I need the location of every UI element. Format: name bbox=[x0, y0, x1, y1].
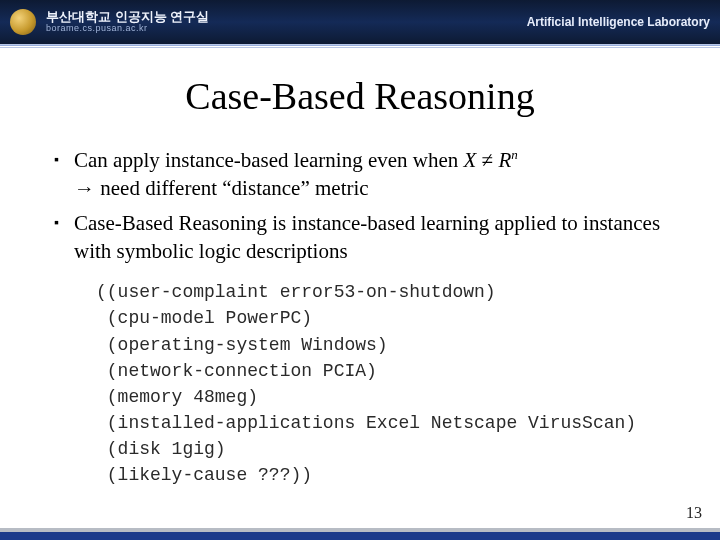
code-line: (disk 1gig) bbox=[96, 439, 226, 459]
code-line: (cpu-model PowerPC) bbox=[96, 308, 312, 328]
slide: 부산대학교 인공지능 연구실 borame.cs.pusan.ac.kr Art… bbox=[0, 0, 720, 540]
arrow-icon: → bbox=[74, 176, 95, 200]
bullet-1-sup: n bbox=[511, 147, 518, 162]
code-line: (network-connection PCIA) bbox=[96, 361, 377, 381]
bullet-1-neq: ≠ bbox=[476, 148, 498, 172]
code-line: (operating-system Windows) bbox=[96, 335, 388, 355]
bullet-2-text: Case-Based Reasoning is instance-based l… bbox=[74, 209, 666, 266]
org-block: 부산대학교 인공지능 연구실 borame.cs.pusan.ac.kr bbox=[46, 10, 209, 33]
code-line: ((user-complaint error53-on-shutdown) bbox=[96, 282, 496, 302]
header-accent-line bbox=[0, 44, 720, 50]
code-block: ((user-complaint error53-on-shutdown) (c… bbox=[96, 279, 666, 488]
bullet-1-R: R bbox=[498, 148, 511, 172]
bullet-1-text: Can apply instance-based learning even w… bbox=[74, 146, 666, 203]
code-line: (likely-cause ???)) bbox=[96, 465, 312, 485]
header-bar: 부산대학교 인공지능 연구실 borame.cs.pusan.ac.kr Art… bbox=[0, 0, 720, 44]
slide-title: Case-Based Reasoning bbox=[0, 74, 720, 118]
code-line: (memory 48meg) bbox=[96, 387, 258, 407]
bullet-marker-icon: ▪ bbox=[54, 146, 74, 203]
lab-name: Artificial Intelligence Laboratory bbox=[527, 15, 710, 29]
slide-body: ▪ Can apply instance-based learning even… bbox=[0, 146, 720, 488]
university-logo bbox=[10, 9, 36, 35]
org-name-kr: 부산대학교 인공지능 연구실 bbox=[46, 10, 209, 24]
bullet-1-X: X bbox=[464, 148, 477, 172]
bullet-1: ▪ Can apply instance-based learning even… bbox=[54, 146, 666, 203]
footer-blue-line bbox=[0, 532, 720, 540]
bullet-marker-icon: ▪ bbox=[54, 209, 74, 266]
bullet-1-line2: need different “distance” metric bbox=[95, 176, 369, 200]
code-line: (installed-applications Excel Netscape V… bbox=[96, 413, 636, 433]
footer-bar bbox=[0, 520, 720, 540]
bullet-1-pre: Can apply instance-based learning even w… bbox=[74, 148, 464, 172]
org-url: borame.cs.pusan.ac.kr bbox=[46, 24, 209, 33]
bullet-2: ▪ Case-Based Reasoning is instance-based… bbox=[54, 209, 666, 266]
